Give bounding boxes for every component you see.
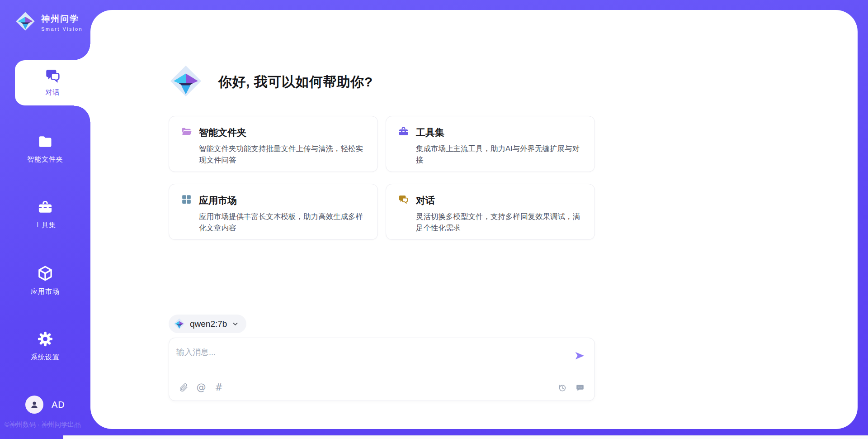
user-name: AD — [52, 400, 65, 410]
greeting: 你好, 我可以如何帮助你? — [169, 64, 373, 100]
card-description: 灵活切换多模型文件，支持多样回复效果调试，满足个性化需求 — [416, 211, 583, 234]
chat-bubbles-icon — [44, 78, 61, 86]
avatar — [25, 396, 43, 414]
card-title: 智能文件夹 — [199, 126, 246, 139]
model-name: qwen2:7b — [190, 319, 227, 329]
card-description: 应用市场提供丰富长文本模板，助力高效生成多样化文章内容 — [199, 211, 366, 234]
tab-curve-bottom — [74, 105, 90, 122]
sidebar-item-toolset[interactable]: 工具集 — [0, 199, 90, 229]
card-chat[interactable]: 对话 灵活切换多模型文件，支持多样回复效果调试，满足个性化需求 — [386, 184, 595, 240]
model-diamond-icon — [173, 318, 185, 330]
message-input[interactable] — [176, 344, 556, 360]
copyright-text: ©神州数码 · 神州问学出品 — [5, 420, 93, 429]
user-account[interactable]: AD — [25, 396, 65, 414]
cube-icon — [37, 276, 54, 283]
folder-icon — [37, 143, 53, 151]
hashtag-icon[interactable]: # — [213, 382, 224, 393]
tab-curve-top — [74, 44, 90, 60]
card-description: 智能文件夹功能支持批量文件上传与清洗，轻松实现文件问答 — [199, 143, 366, 166]
message-composer: @ # — [169, 338, 595, 401]
sidebar-item-app-market[interactable]: 应用市场 — [0, 265, 90, 296]
send-icon[interactable] — [574, 350, 585, 362]
briefcase-icon — [37, 209, 53, 217]
composer-toolbar: @ # — [178, 374, 585, 401]
card-toolset[interactable]: 工具集 集成市场上主流工具，助力AI与外界无缝扩展与对接 — [386, 116, 595, 172]
sidebar-item-label: 系统设置 — [0, 353, 90, 362]
card-description: 集成市场上主流工具，助力AI与外界无缝扩展与对接 — [416, 143, 583, 166]
brand-logo: 神州问学 Smart Vision — [15, 11, 83, 33]
chevron-down-icon — [231, 320, 239, 328]
gear-icon — [37, 341, 54, 349]
greeting-diamond-icon — [169, 64, 203, 100]
mention-icon[interactable]: @ — [196, 382, 207, 393]
history-icon[interactable] — [557, 382, 568, 393]
card-title: 工具集 — [416, 126, 444, 139]
app-window: 神州问学 Smart Vision 对话 智能文件夹 — [0, 0, 868, 439]
card-title: 应用市场 — [199, 194, 237, 207]
feedback-bubble-icon[interactable] — [575, 382, 585, 393]
chat-bubbles-icon — [398, 194, 409, 207]
sidebar-item-label: 工具集 — [0, 221, 90, 229]
card-smart-folder[interactable]: 智能文件夹 智能文件夹功能支持批量文件上传与清洗，轻松实现文件问答 — [169, 116, 378, 172]
card-app-market[interactable]: 应用市场 应用市场提供丰富长文本模板，助力高效生成多样化文章内容 — [169, 184, 378, 240]
sidebar-item-chat[interactable]: 对话 — [15, 60, 90, 105]
sidebar-item-smart-folder[interactable]: 智能文件夹 — [0, 134, 90, 164]
sidebar-item-label: 对话 — [15, 88, 90, 97]
card-title: 对话 — [416, 194, 435, 207]
greeting-title: 你好, 我可以如何帮助你? — [218, 73, 373, 91]
grid-icon — [181, 194, 192, 207]
brand-diamond-icon — [15, 11, 36, 33]
feature-cards: 智能文件夹 智能文件夹功能支持批量文件上传与清洗，轻松实现文件问答 — [169, 116, 595, 240]
sidebar-item-label: 智能文件夹 — [0, 155, 90, 164]
sidebar-item-label: 应用市场 — [0, 287, 90, 296]
sidebar-item-settings[interactable]: 系统设置 — [0, 330, 90, 362]
model-selector[interactable]: qwen2:7b — [169, 315, 246, 333]
horizontal-scrollbar[interactable] — [63, 435, 868, 439]
brand-name: 神州问学 — [41, 14, 79, 24]
briefcase-icon — [398, 126, 409, 139]
brand-subtitle: Smart Vision — [41, 26, 83, 32]
paperclip-icon[interactable] — [178, 382, 189, 393]
folder-open-icon — [181, 126, 192, 139]
